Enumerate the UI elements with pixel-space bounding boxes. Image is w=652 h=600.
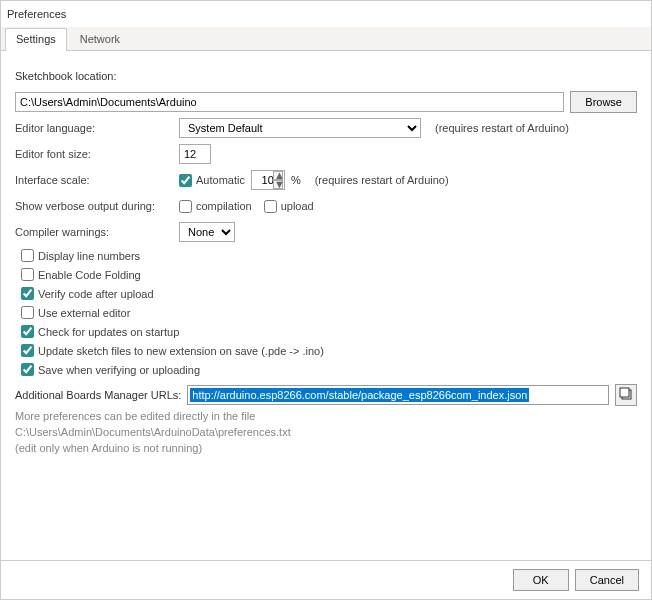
verbose-label: Show verbose output during: xyxy=(15,200,173,212)
update-ext-text: Update sketch files to new extension on … xyxy=(38,345,324,357)
save-verify-checkbox[interactable] xyxy=(21,363,34,376)
code-folding-checkbox-label[interactable]: Enable Code Folding xyxy=(21,268,637,281)
verify-upload-checkbox-label[interactable]: Verify code after upload xyxy=(21,287,637,300)
boards-url-input[interactable]: http://arduino.esp8266.com/stable/packag… xyxy=(187,385,609,405)
sketchbook-row: Browse xyxy=(15,91,637,113)
automatic-text: Automatic xyxy=(196,174,245,186)
editor-lang-select[interactable]: System Default xyxy=(179,118,421,138)
svg-rect-3 xyxy=(620,388,629,397)
tab-settings[interactable]: Settings xyxy=(5,28,67,51)
external-editor-checkbox[interactable] xyxy=(21,306,34,319)
tabstrip: Settings Network xyxy=(1,27,651,51)
line-numbers-text: Display line numbers xyxy=(38,250,140,262)
cancel-button[interactable]: Cancel xyxy=(575,569,639,591)
percent-sign: % xyxy=(291,174,301,186)
compiler-warnings-label: Compiler warnings: xyxy=(15,226,173,238)
boards-url-value: http://arduino.esp8266.com/stable/packag… xyxy=(190,388,529,402)
check-updates-text: Check for updates on startup xyxy=(38,326,179,338)
sketchbook-label-row: Sketchbook location: xyxy=(15,65,637,87)
sketchbook-input[interactable] xyxy=(15,92,564,112)
automatic-checkbox-label[interactable]: Automatic xyxy=(179,174,245,187)
interface-scale-label: Interface scale: xyxy=(15,174,173,186)
restart-note-1: (requires restart of Arduino) xyxy=(435,122,569,134)
hint-line-2: C:\Users\Admin\Documents\ArduinoData\pre… xyxy=(15,426,637,438)
save-verify-text: Save when verifying or uploading xyxy=(38,364,200,376)
window-title: Preferences xyxy=(7,8,621,20)
content-area: Sketchbook location: Browse Editor langu… xyxy=(1,51,651,560)
verbose-row: Show verbose output during: compilation … xyxy=(15,195,637,217)
spinner-arrows: ▲ ▼ xyxy=(272,171,284,189)
external-editor-checkbox-label[interactable]: Use external editor xyxy=(21,306,637,319)
upload-checkbox-label[interactable]: upload xyxy=(264,200,314,213)
scale-spinner: ▲ ▼ xyxy=(251,170,285,190)
compiler-warnings-select[interactable]: None xyxy=(179,222,235,242)
editor-lang-label: Editor language: xyxy=(15,122,173,134)
save-verify-checkbox-label[interactable]: Save when verifying or uploading xyxy=(21,363,637,376)
boards-url-row: Additional Boards Manager URLs: http://a… xyxy=(15,384,637,406)
hint-line-1: More preferences can be edited directly … xyxy=(15,410,637,422)
boards-url-label: Additional Boards Manager URLs: xyxy=(15,389,181,401)
check-updates-checkbox-label[interactable]: Check for updates on startup xyxy=(21,325,637,338)
close-button[interactable] xyxy=(621,4,645,24)
editor-font-label: Editor font size: xyxy=(15,148,173,160)
titlebar: Preferences xyxy=(1,1,651,27)
code-folding-text: Enable Code Folding xyxy=(38,269,141,281)
automatic-checkbox[interactable] xyxy=(179,174,192,187)
editor-font-input[interactable] xyxy=(179,144,211,164)
window-list-icon xyxy=(619,387,633,403)
browse-button[interactable]: Browse xyxy=(570,91,637,113)
compiler-warnings-row: Compiler warnings: None xyxy=(15,221,637,243)
compilation-checkbox-label[interactable]: compilation xyxy=(179,200,252,213)
hint-line-3: (edit only when Arduino is not running) xyxy=(15,442,637,454)
sketchbook-label: Sketchbook location: xyxy=(15,70,117,82)
update-ext-checkbox-label[interactable]: Update sketch files to new extension on … xyxy=(21,344,637,357)
check-updates-checkbox[interactable] xyxy=(21,325,34,338)
footer: OK Cancel xyxy=(1,560,651,599)
compilation-text: compilation xyxy=(196,200,252,212)
upload-checkbox[interactable] xyxy=(264,200,277,213)
ok-button[interactable]: OK xyxy=(513,569,569,591)
interface-scale-row: Interface scale: Automatic ▲ ▼ % (requir… xyxy=(15,169,637,191)
restart-note-2: (requires restart of Arduino) xyxy=(315,174,449,186)
editor-lang-row: Editor language: System Default (require… xyxy=(15,117,637,139)
editor-font-row: Editor font size: xyxy=(15,143,637,165)
preferences-window: Preferences Settings Network Sketchbook … xyxy=(0,0,652,600)
line-numbers-checkbox-label[interactable]: Display line numbers xyxy=(21,249,637,262)
code-folding-checkbox[interactable] xyxy=(21,268,34,281)
compilation-checkbox[interactable] xyxy=(179,200,192,213)
options-stack: Display line numbers Enable Code Folding… xyxy=(21,249,637,376)
line-numbers-checkbox[interactable] xyxy=(21,249,34,262)
boards-url-expand-button[interactable] xyxy=(615,384,637,406)
external-editor-text: Use external editor xyxy=(38,307,130,319)
tab-network[interactable]: Network xyxy=(69,28,131,51)
verify-upload-text: Verify code after upload xyxy=(38,288,154,300)
spinner-down-icon[interactable]: ▼ xyxy=(273,180,283,189)
verify-upload-checkbox[interactable] xyxy=(21,287,34,300)
upload-text: upload xyxy=(281,200,314,212)
update-ext-checkbox[interactable] xyxy=(21,344,34,357)
